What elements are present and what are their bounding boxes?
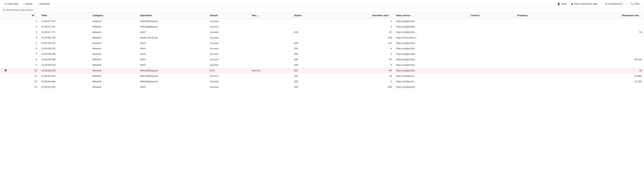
cell-property [515,62,580,68]
cell-duration: 4 [331,62,394,68]
cell-operation: Fetch [138,30,208,35]
cell-result: Success [208,84,250,90]
cell-duration: 348 [331,84,394,90]
cell-status: 200 [292,46,331,52]
table-row[interactable]: 114:58:47.167NetworkXMLHttpRequestSucces… [0,19,644,24]
table-row[interactable]: 1114:58:48.453NetworkXMLHttpRequestSucce… [0,74,644,79]
compact-list-button[interactable]: ☰ Compact list ▾ [603,2,624,6]
cell-status: 200 [292,30,331,35]
invite-icon: 👤 [557,2,560,5]
cell-status: 200 [292,57,331,62]
table-row[interactable]: 414:58:48.106NetworkAssetLoad.ScriptSucc… [0,35,644,40]
th-control[interactable]: Control ⌄ [468,12,515,19]
cell-datasource: https://shellprod... [394,79,468,84]
cell-control [468,46,515,52]
th-res[interactable]: Res... ⌄ [250,12,292,19]
cell-res [250,24,292,30]
cell-operation: Fetch [138,40,208,46]
cell-id: 3 [11,30,39,35]
clear-data-button[interactable]: ✕ Clear data [3,2,20,6]
th-responsesize[interactable]: Response size ⌄ [580,12,644,19]
cell-responsesize [580,24,644,30]
th-time[interactable]: Time ⌄ [39,12,90,19]
cell-property [515,68,580,74]
cell-id: 4 [11,35,39,40]
th-responsesize-label: Response size [622,14,639,17]
cell-time: 14:58:48.494 [39,79,90,84]
cell-duration: 2 [331,79,394,84]
cell-res [250,40,292,46]
th-property[interactable]: Property ⌄ [515,12,580,19]
cell-time: 14:58:48.296 [39,57,90,62]
table-header: Id ⌄ Time ⌄ Category ⌄ Operation ⌄ Resul… [0,12,644,19]
th-datasource-label: Data source [396,14,410,17]
cell-res [250,57,292,62]
download-button[interactable]: ↓ Download [36,2,52,6]
download-label: Download [40,2,50,5]
th-indicator [0,12,11,19]
row-error-indicator-cell [0,74,11,79]
cell-duration: 4 [331,24,394,30]
table-row[interactable]: 314:58:47.771NetworkFetchSuccess20087htt… [0,30,644,35]
table-row[interactable]: 514:58:48.233NetworkFetchSuccess200115ht… [0,40,644,46]
cell-res [250,74,292,79]
cell-time: 14:58:48.378 [39,68,90,74]
th-datasource-sort-icon: ⌄ [412,14,413,16]
cell-time: 14:58:50.922 [39,84,90,90]
header-row: Id ⌄ Time ⌄ Category ⌄ Operation ⌄ Resul… [0,12,644,19]
cell-responsesize: 69,143 [580,57,644,62]
invite-button[interactable]: 👤 Invite [555,2,568,6]
table-row[interactable]: 714:58:48.236NetworkFetchSuccess2005http… [0,52,644,57]
filter-button[interactable]: 🔍 Filter [629,2,641,6]
cell-control [468,57,515,62]
cell-category: Network [90,30,138,35]
cell-responsesize [580,84,644,90]
table-row[interactable]: 1314:58:50.922NetworkFetchSuccess200348h… [0,84,644,90]
table-row[interactable]: 914:58:48.324NetworkFetchSuccess2004http… [0,62,644,68]
row-error-indicator-cell [0,40,11,46]
th-operation-sort-icon: ⌄ [154,14,155,16]
th-status[interactable]: Status ⌄ [292,12,331,19]
th-duration-label: Duration (ms) [372,14,389,17]
cell-id: 13 [11,84,39,90]
cell-status [292,35,331,40]
cell-property [515,52,580,57]
cell-category: Network [90,35,138,40]
cell-duration: 84 [331,68,394,74]
th-operation[interactable]: Operation ⌄ [138,12,208,19]
th-operation-label: Operation [140,14,152,17]
table-row[interactable]: 814:58:48.296NetworkFetchSuccess20092htt… [0,57,644,62]
table-row[interactable]: 1014:58:48.378NetworkXMLHttpRequestError… [0,68,644,74]
play-model-driven-app-button[interactable]: ▶ Play model-driven app [570,2,599,6]
invite-label: Invite [561,2,566,5]
table-row[interactable]: 1214:58:48.494NetworkXMLHttpRequestSucce… [0,79,644,84]
cell-category: Network [90,19,138,24]
th-datasource[interactable]: Data source ⌄ [394,12,468,19]
row-error-indicator-cell [0,84,11,90]
th-control-sort-icon: ⌄ [481,14,482,16]
cell-operation: Fetch [138,57,208,62]
cell-time: 14:58:47.771 [39,30,90,35]
cell-control [468,40,515,46]
cell-result: Success [208,24,250,30]
compact-list-label: Compact list [608,2,621,5]
cell-time: 14:58:47.167 [39,24,90,30]
th-result[interactable]: Result ⌄ [208,12,250,19]
cell-responsesize [580,19,644,24]
row-error-indicator-cell [0,30,11,35]
cell-time: 14:58:48.233 [39,40,90,46]
th-category[interactable]: Category ⌄ [90,12,138,19]
cell-status [292,24,331,30]
toolbar: ✕ Clear data ↑ Upload ↓ Download 👤 Invit… [0,0,644,8]
cell-responsesize [580,35,644,40]
upload-button[interactable]: ↑ Upload [21,2,34,6]
table-row[interactable]: 214:58:47.167NetworkXMLHttpRequestSucces… [0,24,644,30]
compact-list-chevron-icon: ▾ [621,2,622,5]
table-row[interactable]: 614:58:48.235NetworkFetchSuccess2004http… [0,46,644,52]
cell-duration: 138 [331,35,394,40]
cell-time: 14:58:47.167 [39,19,90,24]
upload-icon: ↑ [23,2,24,5]
cell-category: Network [90,68,138,74]
th-duration[interactable]: Duration (ms) ⌄ [331,12,394,19]
th-id[interactable]: Id ⌄ [11,12,39,19]
